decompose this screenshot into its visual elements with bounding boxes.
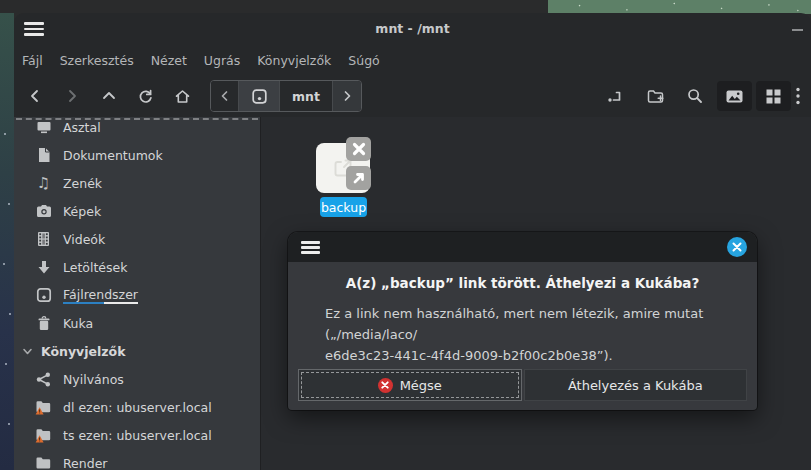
- sidebar-item-label: Videók: [63, 232, 105, 247]
- menu-file[interactable]: Fájl: [22, 53, 43, 68]
- dialog-body-line: e6de3c23-441c-4f4d-9009-b2f00c2b0e38”).: [325, 345, 735, 366]
- sidebar-item-desktop[interactable]: Asztal: [14, 117, 260, 141]
- menu-go[interactable]: Ugrás: [204, 53, 240, 68]
- sidebar-section-bookmarks[interactable]: Könyvjelzők: [14, 337, 260, 365]
- menu-view[interactable]: Nézet: [151, 53, 187, 68]
- sidebar-list: Asztal Dokumentumok ♫ Zenék Képek: [14, 117, 260, 470]
- window-content: Asztal Dokumentumok ♫ Zenék Képek: [14, 117, 811, 470]
- desktop-icon: [35, 119, 52, 136]
- location-entry-icon[interactable]: [597, 80, 633, 112]
- move-to-trash-label: Áthelyezés a Kukába: [568, 378, 703, 393]
- window-titlebar: mnt - /mnt: [14, 13, 811, 45]
- sidebar-item-label: Zenék: [63, 176, 102, 191]
- sidebar: Asztal Dokumentumok ♫ Zenék Képek: [14, 117, 261, 470]
- cancel-button[interactable]: Mégse: [298, 369, 522, 401]
- dialog-body: Ez a link nem használható, mert nem léte…: [325, 303, 735, 366]
- sidebar-item-dl-server[interactable]: dl ezen: ubuserver.local: [14, 393, 260, 421]
- share-icon: [35, 371, 52, 388]
- sidebar-item-label: Letöltések: [63, 260, 128, 275]
- breadcrumb: mnt: [210, 80, 362, 112]
- dialog-close-icon[interactable]: [727, 237, 747, 257]
- wallpaper-left-strip: [0, 13, 14, 470]
- file-view[interactable]: backup A(z) „backup” link törött. Áthely…: [261, 117, 811, 470]
- sidebar-item-render[interactable]: Render: [14, 449, 260, 470]
- film-icon: [35, 231, 52, 248]
- broken-link-x-emblem: [346, 137, 371, 161]
- sidebar-item-filesystem[interactable]: Fájlrendszer: [14, 281, 260, 309]
- file-label: backup: [320, 197, 367, 217]
- drive-icon: [35, 287, 52, 304]
- menubar: Fájl Szerkesztés Nézet Ugrás Könyvjelzők…: [14, 45, 811, 75]
- dialog-menu-hamburger-icon[interactable]: [301, 241, 320, 254]
- file-manager-window: mnt - /mnt Fájl Szerkesztés Nézet Ugrás …: [14, 13, 811, 470]
- download-icon: [35, 259, 52, 276]
- back-icon[interactable]: [16, 80, 53, 112]
- breadcrumb-next-button[interactable]: [332, 81, 361, 111]
- up-icon[interactable]: [90, 80, 127, 112]
- cancel-x-icon: [378, 378, 393, 393]
- sidebar-item-label: Dokumentumok: [63, 148, 163, 163]
- menu-edit[interactable]: Szerkesztés: [60, 53, 134, 68]
- dialog-titlebar: [288, 232, 757, 262]
- sidebar-item-ts-server[interactable]: ts ezen: ubuserver.local: [14, 421, 260, 449]
- dialog-buttons: Mégse Áthelyezés a Kukába: [298, 369, 747, 401]
- sidebar-item-label: Kuka: [63, 316, 93, 331]
- folder-warning-icon: [35, 399, 52, 416]
- image-view-icon[interactable]: [717, 81, 752, 111]
- more-kebab-icon[interactable]: [795, 81, 809, 111]
- sidebar-item-public[interactable]: Nyilvános: [14, 365, 260, 393]
- cancel-button-label: Mégse: [400, 378, 442, 393]
- toolbar-right-tools: [597, 80, 809, 112]
- minimize-icon[interactable]: [792, 29, 803, 31]
- search-icon[interactable]: [677, 80, 713, 112]
- sidebar-item-trash[interactable]: Kuka: [14, 309, 260, 337]
- sidebar-item-documents[interactable]: Dokumentumok: [14, 141, 260, 169]
- refresh-icon[interactable]: [127, 80, 164, 112]
- breadcrumb-drive-button[interactable]: [239, 81, 280, 111]
- sidebar-section-label: Könyvjelzők: [41, 344, 125, 359]
- sidebar-item-label: ts ezen: ubuserver.local: [63, 428, 212, 443]
- drag-drop-indicator: [16, 118, 258, 120]
- symlink-arrow-emblem: [346, 166, 371, 190]
- forward-icon[interactable]: [53, 80, 90, 112]
- menu-bookmarks[interactable]: Könyvjelzők: [257, 53, 331, 68]
- breadcrumb-prev-button[interactable]: [211, 81, 239, 111]
- menu-help[interactable]: Súgó: [348, 53, 379, 68]
- drive-icon: [251, 88, 268, 105]
- sidebar-item-label: Fájlrendszer: [63, 287, 138, 304]
- breadcrumb-current-folder[interactable]: mnt: [280, 81, 332, 111]
- new-folder-icon[interactable]: [637, 80, 673, 112]
- wallpaper-strip: [548, 0, 811, 14]
- broken-link-dialog: A(z) „backup” link törött. Áthelyezi a K…: [288, 232, 757, 410]
- sidebar-item-label: Render: [63, 456, 108, 470]
- folder-warning-icon: [35, 427, 52, 444]
- trash-icon: [35, 315, 52, 332]
- sidebar-item-label: Nyilvános: [63, 372, 124, 387]
- dialog-heading: A(z) „backup” link törött. Áthelyezi a K…: [288, 275, 757, 291]
- file-backup[interactable]: backup: [316, 143, 372, 231]
- window-title: mnt - /mnt: [14, 21, 811, 36]
- sidebar-item-downloads[interactable]: Letöltések: [14, 253, 260, 281]
- sidebar-item-music[interactable]: ♫ Zenék: [14, 169, 260, 197]
- move-to-trash-button[interactable]: Áthelyezés a Kukába: [524, 369, 748, 401]
- sidebar-item-pictures[interactable]: Képek: [14, 197, 260, 225]
- camera-icon: [35, 203, 52, 220]
- grid-view-icon[interactable]: [756, 81, 791, 111]
- home-icon[interactable]: [164, 80, 201, 112]
- sidebar-item-videos[interactable]: Videók: [14, 225, 260, 253]
- sidebar-item-label: Asztal: [63, 120, 101, 135]
- folder-icon: [35, 455, 52, 470]
- chevron-down-icon: [19, 343, 36, 360]
- sidebar-item-label: Képek: [63, 204, 101, 219]
- toolbar: mnt: [14, 75, 811, 118]
- sidebar-item-label: dl ezen: ubuserver.local: [63, 400, 212, 415]
- music-icon: ♫: [35, 175, 52, 192]
- document-icon: [35, 147, 52, 164]
- dialog-body-line: Ez a link nem használható, mert nem léte…: [325, 303, 735, 345]
